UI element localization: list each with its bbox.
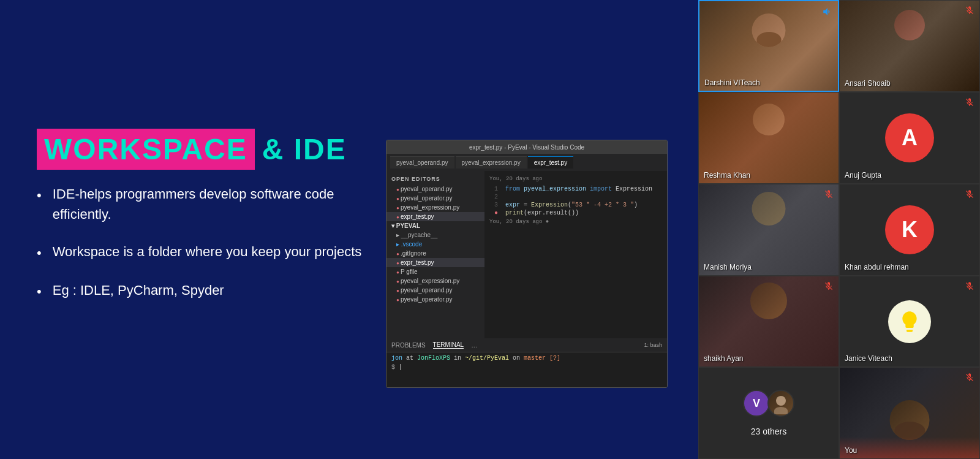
- camera-feed-you: [840, 368, 979, 458]
- mute-icon-anuj: [965, 97, 974, 109]
- mute-icon-you: [965, 373, 974, 384]
- participant-name-manish: Manish Moriya: [704, 263, 752, 271]
- others-count-label: 23 others: [751, 427, 786, 436]
- editor-comment-you: You, 20 days ago: [489, 176, 662, 182]
- avatar-manish: [752, 192, 786, 226]
- mute-icon-khan: [965, 189, 974, 201]
- others-avatar-v: V: [743, 390, 770, 417]
- others-avatars-group: V: [743, 390, 794, 417]
- participant-tile-manish[interactable]: Manish Moriya: [698, 184, 839, 276]
- title-workspace: WORKSPACE: [44, 133, 247, 165]
- avatar-reshma: [753, 104, 785, 135]
- sidebar-file-4: expr_test.py: [386, 212, 484, 221]
- title-highlight-box: WORKSPACE: [37, 129, 255, 170]
- code-line-1: 1 from pyeval_expression import Expressi…: [489, 186, 662, 192]
- mute-icon-manish: [824, 189, 834, 201]
- camera-feed-manish: [699, 184, 839, 275]
- sidebar-file-pyeval-operator: pyeval_operator.py: [386, 295, 484, 304]
- avatar-ansari: [894, 10, 925, 40]
- vscode-terminal: jon at JonFloXPS in ~/git/PyEval on mast…: [386, 352, 667, 388]
- camera-feed-darshini: [699, 1, 838, 91]
- participant-name-reshma: Reshma Khan: [704, 171, 750, 180]
- avatar-darshini: [752, 13, 786, 47]
- bullet-text-3: Eg : IDLE, PyCharm, Spyder: [53, 280, 224, 300]
- bullet-2: • Workspace is a folder where you keep y…: [37, 241, 392, 263]
- sidebar-file-pyeval-expr: pyeval_expression.py: [386, 276, 484, 286]
- sidebar-file-3: pyeval_expression.py: [386, 203, 484, 212]
- participant-name-janice: Janice Viteach: [845, 354, 892, 363]
- participant-tile-ansari[interactable]: Ansari Shoaib: [839, 0, 980, 92]
- presentation-area: WORKSPACE & IDE • IDE-helps programmers …: [0, 0, 698, 459]
- bullet-text-2: Workspace is a folder where you keep you…: [53, 241, 362, 262]
- avatar-anuj: A: [885, 113, 934, 162]
- avatar-you: [890, 400, 930, 440]
- code-line-4: ● print(expr.result()): [489, 210, 662, 216]
- vscode-tab-2: pyeval_expression.py: [456, 156, 527, 169]
- vscode-screenshot: expr_test.py - PyEval - Visual Studio Co…: [386, 140, 668, 388]
- participant-tile-darshini[interactable]: Darshini VITeach: [698, 0, 839, 92]
- bullet-dot-2: •: [37, 243, 42, 263]
- camera-feed-shaikh: [699, 276, 839, 366]
- participant-name-anuj: Anuj Gupta: [845, 171, 881, 180]
- terminal-prompt: jon at JonFloXPS in ~/git/PyEval on mast…: [391, 355, 662, 362]
- slide-title: WORKSPACE & IDE: [37, 129, 347, 170]
- editor-comment-ago: You, 20 days ago ●: [489, 219, 662, 225]
- vscode-tab-1: pyeval_operand.py: [390, 156, 454, 169]
- vscode-tab-3-active: expr_test.py: [528, 156, 573, 169]
- avatar-shaikh: [750, 283, 787, 319]
- sidebar-file-pgfile: P gfile: [386, 267, 484, 276]
- participant-name-you: You: [845, 446, 857, 455]
- sidebar-file-pyeval-operand: pyeval_operand.py: [386, 286, 484, 295]
- sidebar-file-exprtest: expr_test.py: [386, 258, 484, 267]
- speaking-indicator-darshini: [822, 6, 833, 20]
- participant-tile-you[interactable]: You: [839, 367, 980, 459]
- participant-tile-reshma[interactable]: Reshma Khan: [698, 92, 839, 184]
- bullet-3: • Eg : IDLE, PyCharm, Spyder: [37, 280, 392, 302]
- participant-tile-others[interactable]: V 23 others: [698, 367, 839, 459]
- participant-tile-shaikh[interactable]: shaikh Ayan: [698, 276, 839, 367]
- vscode-tabs: pyeval_operand.py pyeval_expression.py e…: [386, 154, 667, 171]
- bullet-1: • IDE-helps programmers develop software…: [37, 184, 392, 224]
- mute-icon-shaikh: [824, 281, 834, 293]
- bullet-dot-3: •: [37, 281, 42, 302]
- participant-name-ansari: Ansari Shoaib: [845, 79, 891, 88]
- sidebar-file-gitignore: .gitIgnore: [386, 249, 484, 258]
- code-line-2: 2: [489, 194, 662, 200]
- bullet-list: • IDE-helps programmers develop software…: [37, 184, 392, 319]
- vscode-sidebar: Open Editors pyeval_operand.py pyeval_op…: [386, 171, 484, 338]
- sidebar-file-2: pyeval_operator.py: [386, 194, 484, 203]
- participant-name-darshini: Darshini VITeach: [704, 78, 760, 87]
- participants-panel: Darshini VITeach Ansari Shoaib Reshma Kh…: [698, 0, 980, 459]
- terminal-bar: PROBLEMS TERMINAL … 1: bash: [386, 338, 667, 352]
- mute-icon-janice: [965, 281, 974, 293]
- camera-feed-ansari: [840, 1, 979, 91]
- camera-feed-reshma: [699, 93, 839, 183]
- sidebar-subfolder-vscode: ▸ .vscode: [386, 240, 484, 249]
- bullet-dot-1: •: [37, 185, 42, 205]
- avatar-khan: K: [885, 205, 934, 254]
- participant-tile-khan[interactable]: K Khan abdul rehman: [839, 184, 980, 276]
- participant-tile-anuj[interactable]: A Anuj Gupta: [839, 92, 980, 184]
- vscode-body: Open Editors pyeval_operand.py pyeval_op…: [386, 171, 667, 338]
- participant-name-khan: Khan abdul rehman: [845, 263, 909, 271]
- participant-name-shaikh: shaikh Ayan: [704, 354, 744, 363]
- sidebar-folder-pyeval: ▾ PYEVAL: [386, 221, 484, 230]
- sidebar-file-1: pyeval_operand.py: [386, 184, 484, 194]
- sidebar-section-open: Open Editors: [386, 173, 484, 184]
- avatar-janice: [888, 300, 931, 343]
- vscode-titlebar: expr_test.py - PyEval - Visual Studio Co…: [386, 140, 667, 154]
- bullet-text-1: IDE-helps programmers develop software c…: [53, 184, 392, 224]
- mute-icon-ansari: [965, 6, 974, 17]
- participant-tile-janice[interactable]: Janice Viteach: [839, 276, 980, 367]
- others-avatar-person: [767, 390, 794, 417]
- sidebar-subfolder-pycache: ▸ __pycache__: [386, 230, 484, 240]
- vscode-editor: You, 20 days ago 1 from pyeval_expressio…: [484, 171, 667, 338]
- title-rest: & IDE: [262, 132, 347, 166]
- code-line-3: 3 expr = Expression("53 * -4 +2 * 3 "): [489, 202, 662, 208]
